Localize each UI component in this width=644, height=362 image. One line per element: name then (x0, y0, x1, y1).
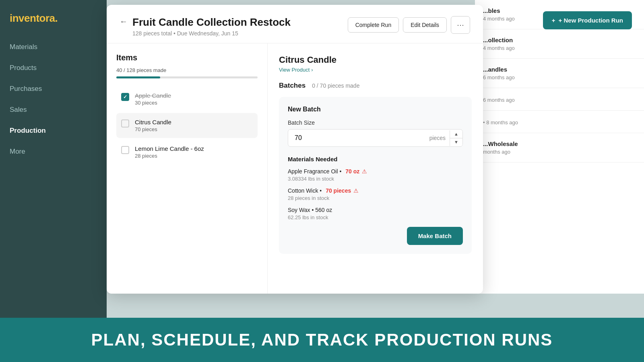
detail-panel: Citrus Candle View Product › Batches 0 /… (268, 43, 483, 294)
background-run-list: ...bles 4 months ago ...ollection 4 mont… (475, 0, 644, 294)
more-options-button[interactable]: ⋯ (451, 16, 470, 34)
sidebar-label-purchases: Purchases (10, 85, 42, 93)
warning-icon-cotton-wick: ⚠ (353, 187, 359, 194)
sidebar-label-sales: Sales (10, 106, 27, 113)
stepper-down-button[interactable]: ▼ (450, 138, 462, 146)
app-logo: inventora. (0, 8, 107, 37)
batches-header: Batches 0 / 70 pieces made (279, 82, 472, 90)
detail-product-name: Citrus Candle (279, 55, 472, 65)
material-stock-apple-fragrance-oil: 3.08334 lbs in stock (288, 176, 463, 182)
material-stock-cotton-wick: 28 pieces in stock (288, 195, 463, 201)
sidebar-label-materials: Materials (10, 43, 37, 51)
make-batch-button[interactable]: Make Batch (407, 227, 463, 245)
item-row-apple-candle[interactable]: Apple Candle 30 pieces (116, 86, 258, 111)
material-qty-cotton-wick: 70 pieces (326, 187, 351, 194)
item-info-citrus-candle: Citrus Candle 70 pieces (135, 119, 171, 132)
chevron-right-icon: › (311, 67, 313, 73)
material-item-apple-fragrance-oil: Apple Fragrance Oil • 70 oz ⚠ 3.08334 lb… (288, 168, 463, 182)
items-panel-title: Items (116, 53, 258, 62)
sidebar-item-production[interactable]: Production (0, 120, 107, 141)
item-name-lemon-lime-candle: Lemon Lime Candle - 6oz (135, 145, 204, 152)
materials-title: Materials Needed (288, 156, 463, 162)
modal-title: Fruit Candle Collection Restock (132, 16, 291, 29)
sidebar-label-production: Production (10, 127, 46, 134)
material-qty-apple-fragrance-oil: 70 oz (345, 168, 359, 175)
modal-subtitle: 128 pieces total • Due Wednesday, Jun 15 (132, 30, 291, 37)
item-row-lemon-lime-candle[interactable]: Lemon Lime Candle - 6oz 28 pieces (116, 140, 258, 165)
complete-run-button[interactable]: Complete Run (348, 17, 399, 33)
item-checkbox-lemon-lime-candle[interactable] (121, 146, 129, 154)
production-run-modal: ← Fruit Candle Collection Restock 128 pi… (107, 5, 483, 294)
item-name-citrus-candle: Citrus Candle (135, 119, 171, 125)
sidebar: inventora. Materials Products Purchases … (0, 0, 107, 362)
material-name-apple-fragrance-oil: Apple Fragrance Oil • (288, 168, 343, 175)
bg-run-5[interactable]: • 8 months ago (475, 111, 644, 133)
banner-text: PLAN, SCHEDULE, AND TRACK PRODUCTION RUN… (91, 330, 553, 350)
progress-bar-background (116, 76, 258, 78)
modal-title-group: Fruit Candle Collection Restock 128 piec… (132, 16, 291, 37)
back-button[interactable]: ← (120, 16, 128, 26)
batch-size-input[interactable] (288, 130, 429, 146)
batch-size-stepper: ▲ ▼ (450, 130, 462, 146)
progress-bar-fill (116, 76, 160, 78)
material-name-row-soy-wax: Soy Wax • 560 oz (288, 207, 463, 213)
new-production-run-button[interactable]: + + New Production Run (543, 11, 632, 29)
batches-progress: 0 / 70 pieces made (312, 82, 359, 89)
item-info-apple-candle: Apple Candle 30 pieces (135, 92, 171, 106)
bg-run-3[interactable]: ...andles 6 months ago (475, 59, 644, 88)
item-row-citrus-candle[interactable]: Citrus Candle 70 pieces (116, 113, 258, 138)
bottom-banner: PLAN, SCHEDULE, AND TRACK PRODUCTION RUN… (0, 318, 644, 362)
warning-icon-apple-fragrance-oil: ⚠ (362, 168, 367, 175)
edit-details-button[interactable]: Edit Details (403, 17, 447, 33)
sidebar-item-more[interactable]: More (0, 141, 107, 162)
modal-header: ← Fruit Candle Collection Restock 128 pi… (107, 5, 483, 43)
material-name-soy-wax: Soy Wax • 560 oz (288, 207, 332, 213)
item-info-lemon-lime-candle: Lemon Lime Candle - 6oz 28 pieces (135, 145, 204, 159)
view-product-link[interactable]: View Product › (279, 67, 472, 73)
sidebar-item-products[interactable]: Products (0, 58, 107, 78)
sidebar-label-more: More (10, 148, 25, 155)
batch-size-label: Batch Size (288, 119, 463, 126)
batch-size-input-row: pieces ▲ ▼ (288, 129, 463, 147)
view-product-label: View Product (279, 67, 310, 73)
item-pieces-apple-candle: 30 pieces (135, 100, 171, 106)
item-pieces-citrus-candle: 70 pieces (135, 126, 171, 132)
modal-actions: Complete Run Edit Details ⋯ (348, 16, 470, 34)
item-pieces-lemon-lime-candle: 28 pieces (135, 153, 204, 159)
modal-header-left: ← Fruit Candle Collection Restock 128 pi… (120, 16, 291, 37)
sidebar-item-materials[interactable]: Materials (0, 37, 107, 58)
new-run-label: + New Production Run (559, 17, 623, 24)
material-item-cotton-wick: Cotton Wick • 70 pieces ⚠ 28 pieces in s… (288, 187, 463, 201)
material-item-soy-wax: Soy Wax • 560 oz 62.25 lbs in stock (288, 207, 463, 220)
batch-size-unit: pieces (429, 135, 450, 141)
new-batch-title: New Batch (288, 106, 463, 113)
material-name-row-apple-fragrance-oil: Apple Fragrance Oil • 70 oz ⚠ (288, 168, 463, 175)
item-checkbox-apple-candle[interactable] (121, 93, 129, 101)
bg-run-6[interactable]: ...Wholesale months ago (475, 133, 644, 162)
material-name-row-cotton-wick: Cotton Wick • 70 pieces ⚠ (288, 187, 463, 194)
modal-body: Items 40 / 128 pieces made Apple Candle … (107, 43, 483, 294)
bg-run-4[interactable]: 6 months ago (475, 88, 644, 111)
sidebar-label-products: Products (10, 64, 37, 72)
logo-text: inventora (10, 12, 55, 24)
new-batch-card: New Batch Batch Size pieces ▲ ▼ Material… (279, 97, 472, 254)
items-progress-label: 40 / 128 pieces made (116, 67, 258, 73)
batches-label: Batches (279, 82, 305, 90)
sidebar-item-sales[interactable]: Sales (0, 99, 107, 120)
item-name-apple-candle: Apple Candle (135, 92, 171, 99)
material-name-cotton-wick: Cotton Wick • (288, 187, 323, 194)
item-checkbox-citrus-candle[interactable] (121, 119, 129, 128)
bg-run-2[interactable]: ...ollection 4 months ago (475, 29, 644, 59)
logo-dot: . (55, 12, 58, 24)
plus-icon: + (552, 17, 555, 24)
stepper-up-button[interactable]: ▲ (450, 130, 462, 138)
material-stock-soy-wax: 62.25 lbs in stock (288, 214, 463, 220)
sidebar-item-purchases[interactable]: Purchases (0, 78, 107, 99)
items-panel: Items 40 / 128 pieces made Apple Candle … (107, 43, 268, 294)
